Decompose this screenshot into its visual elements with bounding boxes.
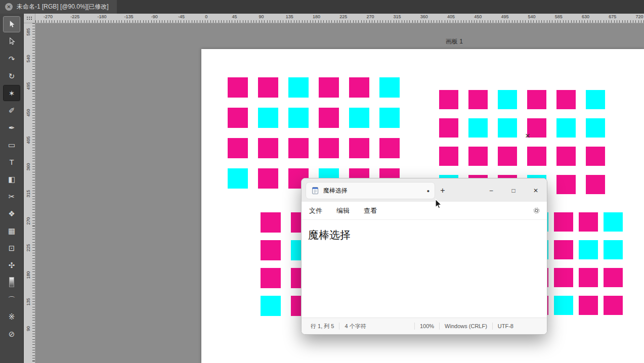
artboard-square-magenta[interactable] xyxy=(258,168,278,189)
artboard-square-magenta[interactable] xyxy=(228,77,248,98)
artboard-square-magenta[interactable] xyxy=(258,77,278,98)
artboard-square-magenta[interactable] xyxy=(498,147,517,166)
fill-tool[interactable]: ◧ xyxy=(4,171,20,187)
artboard-square-magenta[interactable] xyxy=(379,138,400,158)
artboard-square-magenta[interactable] xyxy=(556,90,576,109)
mesh-tool[interactable]: ▦ xyxy=(4,223,20,238)
type-tool[interactable]: T xyxy=(4,154,20,169)
artboard-square-cyan[interactable] xyxy=(258,108,278,128)
h-ruler-number: 405 xyxy=(447,14,455,19)
artboard-square-magenta[interactable] xyxy=(527,147,546,166)
curvature-tool[interactable]: ↷ xyxy=(4,51,20,66)
gradient-tool[interactable] xyxy=(4,275,20,290)
artboard-square-magenta[interactable] xyxy=(319,108,339,128)
status-character-count: 4 个字符 xyxy=(339,323,371,330)
artboard-square-magenta[interactable] xyxy=(261,212,281,233)
artboard-square-cyan[interactable] xyxy=(604,240,623,259)
symbol-tool[interactable]: ❖ xyxy=(4,206,20,221)
width-tool-icon: ✣ xyxy=(9,261,15,269)
artboard-square-magenta[interactable] xyxy=(604,296,623,315)
artboard-square-cyan[interactable] xyxy=(379,77,400,98)
artboard-square-magenta[interactable] xyxy=(586,175,605,194)
notepad-tab[interactable]: 魔棒选择 • xyxy=(306,182,435,199)
artboard-square-magenta[interactable] xyxy=(468,147,488,166)
rotate-tool-icon: ↻ xyxy=(9,72,15,80)
artboard-square-cyan[interactable] xyxy=(554,296,573,315)
blob-brush-tool[interactable]: ⊡ xyxy=(4,240,20,255)
artboard-square-magenta[interactable] xyxy=(579,268,598,287)
artboard-square-cyan[interactable] xyxy=(604,212,623,232)
scissors-tool-icon: ✂ xyxy=(9,193,15,200)
lasso-tool[interactable]: ⌒ xyxy=(4,292,20,307)
artboard-square-cyan[interactable] xyxy=(498,118,517,138)
artboard-square-magenta[interactable] xyxy=(228,138,248,158)
artboard-square-cyan[interactable] xyxy=(288,77,309,98)
artboard-square-magenta[interactable] xyxy=(319,138,339,158)
pen-tool[interactable]: ✒ xyxy=(4,120,20,135)
artboard-square-magenta[interactable] xyxy=(468,90,488,109)
eraser-tool-icon: ⊘ xyxy=(9,330,15,338)
artboard-square-magenta[interactable] xyxy=(349,138,369,158)
horizontal-ruler[interactable]: -270-225-180-135-90-45045901351802252703… xyxy=(35,14,644,23)
scissors-tool[interactable]: ✂ xyxy=(4,189,20,204)
width-tool[interactable]: ✣ xyxy=(4,257,20,273)
document-tab[interactable]: ✕ 未命名-1 [RGB] [@90.0%][已修改] xyxy=(0,0,117,14)
minimize-button[interactable]: – xyxy=(480,182,502,199)
artboard-square-magenta[interactable] xyxy=(604,268,623,287)
artboard-square-magenta[interactable] xyxy=(439,90,458,109)
artboard-square-cyan[interactable] xyxy=(468,118,488,138)
settings-button[interactable] xyxy=(526,207,547,214)
artboard-square-magenta[interactable] xyxy=(586,147,605,166)
artboard-square-cyan[interactable] xyxy=(288,108,309,128)
artboard-square-cyan[interactable] xyxy=(586,90,605,109)
artboard-square-magenta[interactable] xyxy=(228,108,248,128)
magic-wand-tool-icon: ✶ xyxy=(9,89,15,97)
artboard-square-magenta[interactable] xyxy=(439,147,458,166)
artboard-square-cyan[interactable] xyxy=(579,240,598,259)
artboard-square-magenta[interactable] xyxy=(261,268,281,288)
new-tab-button[interactable]: + xyxy=(435,182,450,199)
artboard-square-magenta[interactable] xyxy=(554,240,573,259)
document-close-icon[interactable]: ✕ xyxy=(5,3,13,11)
artboard-square-magenta[interactable] xyxy=(554,268,573,287)
artboard-square-magenta[interactable] xyxy=(319,77,339,98)
artboard-square-magenta[interactable] xyxy=(288,138,309,158)
menu-edit[interactable]: 编辑 xyxy=(332,206,354,215)
h-ruler-number: -270 xyxy=(44,14,53,19)
magic-wand-tool[interactable]: ✶ xyxy=(4,85,20,101)
symbol-sprayer-tool[interactable]: ※ xyxy=(4,309,20,324)
menu-view[interactable]: 查看 xyxy=(359,206,381,215)
artboard-square-magenta[interactable] xyxy=(579,296,598,315)
artboard-square-cyan[interactable] xyxy=(228,168,248,189)
artboard-square-cyan[interactable] xyxy=(379,108,400,128)
text-editor[interactable]: 魔棒选择 xyxy=(302,220,547,317)
artboard-square-magenta[interactable] xyxy=(261,240,281,260)
eraser-tool[interactable]: ⊘ xyxy=(4,326,20,341)
close-button[interactable]: ✕ xyxy=(525,182,547,199)
artboard-square-cyan[interactable] xyxy=(556,118,576,138)
artboard-square-magenta[interactable] xyxy=(258,138,278,158)
cursor-arrow-icon xyxy=(8,20,16,29)
artboard-square-magenta[interactable] xyxy=(554,212,573,232)
menu-file[interactable]: 文件 xyxy=(305,206,327,215)
paintbrush-tool[interactable]: ✐ xyxy=(4,103,20,118)
artboard-square-magenta[interactable] xyxy=(349,77,369,98)
direct-selection-tool[interactable] xyxy=(4,34,20,49)
artboard-square-magenta[interactable] xyxy=(556,175,576,194)
artboard-square-magenta[interactable] xyxy=(527,90,546,109)
vertical-ruler[interactable]: 58554049545040536031527022518013590 xyxy=(24,23,35,363)
artboard-square-cyan[interactable] xyxy=(261,296,281,316)
notepad-titlebar[interactable]: 魔棒选择 • + – □ ✕ xyxy=(302,178,547,202)
artboard-square-cyan[interactable] xyxy=(586,118,605,138)
artboard-square-magenta[interactable] xyxy=(579,212,598,232)
artboard-square-cyan[interactable] xyxy=(349,108,369,128)
artboard-square-magenta[interactable] xyxy=(556,147,576,166)
artboard-square-magenta[interactable] xyxy=(439,118,458,138)
ruler-origin-corner[interactable] xyxy=(24,14,35,23)
rotate-tool[interactable]: ↻ xyxy=(4,68,20,83)
maximize-button[interactable]: □ xyxy=(502,182,525,199)
selection-tool[interactable] xyxy=(4,17,20,32)
artboard-square-cyan[interactable] xyxy=(498,90,517,109)
rectangle-tool[interactable]: ▭ xyxy=(4,137,20,152)
document-tab-bar: ✕ 未命名-1 [RGB] [@90.0%][已修改] xyxy=(0,0,644,14)
